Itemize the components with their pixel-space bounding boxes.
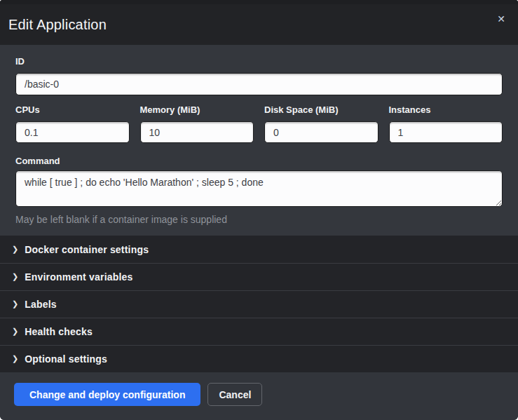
edit-application-modal: Edit Application ✕ ID CPUs Memory (MiB) … [0, 0, 518, 420]
disk-space-field-group: Disk Space (MiB) [264, 104, 379, 143]
chevron-right-icon: ❯ [12, 273, 18, 280]
chevron-right-icon: ❯ [12, 300, 18, 308]
instances-field-group: Instances [389, 104, 503, 143]
accordion-label: Environment variables [25, 271, 132, 283]
modal-header: Edit Application ✕ [0, 0, 518, 45]
close-icon[interactable]: ✕ [494, 11, 508, 27]
change-and-deploy-button[interactable]: Change and deploy configuration [14, 383, 200, 406]
command-textarea[interactable]: while [ true ] ; do echo 'Hello Marathon… [15, 170, 503, 207]
chevron-right-icon: ❯ [12, 355, 18, 363]
id-field-group: ID [15, 56, 503, 95]
accordion-labels[interactable]: ❯ Labels [0, 290, 518, 318]
instances-label: Instances [389, 104, 503, 115]
chevron-right-icon: ❯ [12, 327, 18, 335]
memory-field-group: Memory (MiB) [140, 104, 254, 143]
chevron-right-icon: ❯ [12, 245, 18, 253]
cpus-field-group: CPUs [15, 104, 130, 143]
modal-footer: Change and deploy configuration Cancel [0, 372, 518, 420]
disk-space-label: Disk Space (MiB) [264, 104, 379, 115]
accordion-health-checks[interactable]: ❯ Health checks [0, 318, 518, 345]
resource-fields-row: CPUs Memory (MiB) Disk Space (MiB) Insta… [15, 104, 503, 143]
accordion-label: Optional settings [25, 353, 107, 365]
cpus-label: CPUs [15, 104, 130, 115]
memory-input[interactable] [140, 121, 254, 143]
accordion-label: Docker container settings [25, 244, 149, 255]
accordion-optional-settings[interactable]: ❯ Optional settings [0, 345, 518, 372]
accordion: ❯ Docker container settings ❯ Environmen… [0, 236, 518, 372]
modal-body: ID CPUs Memory (MiB) Disk Space (MiB) In… [0, 45, 518, 236]
id-input[interactable] [15, 73, 503, 95]
cancel-button[interactable]: Cancel [207, 383, 262, 406]
command-label: Command [15, 156, 503, 166]
accordion-label: Labels [25, 299, 57, 310]
accordion-environment-variables[interactable]: ❯ Environment variables [0, 263, 518, 290]
id-label: ID [15, 56, 503, 67]
accordion-label: Health checks [25, 326, 93, 337]
memory-label: Memory (MiB) [140, 104, 254, 115]
command-field-group: Command while [ true ] ; do echo 'Hello … [15, 156, 503, 225]
command-help-text: May be left blank if a container image i… [15, 214, 503, 225]
disk-space-input[interactable] [264, 121, 379, 143]
cpus-input[interactable] [15, 121, 130, 143]
accordion-docker-container-settings[interactable]: ❯ Docker container settings [0, 236, 518, 263]
modal-title: Edit Application [8, 17, 107, 33]
instances-input[interactable] [389, 121, 503, 143]
